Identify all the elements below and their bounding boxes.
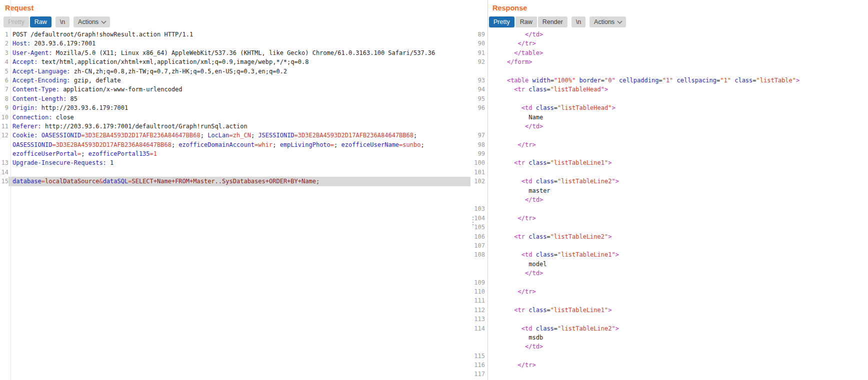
code-text[interactable]: msdb [485,333,868,342]
code-token: = [752,77,756,84]
code-text[interactable]: <td class="listTableLine2"> [485,177,868,186]
tab-pretty[interactable]: Pretty [489,16,514,27]
code-text[interactable]: OASESSIONID=3D3E2BA4593D2D17AFB236A84647… [8,140,470,149]
code-text[interactable] [485,352,868,361]
code-text[interactable] [485,131,868,140]
tab-actions[interactable]: Actions [590,16,626,27]
code-token [492,215,518,222]
code-text[interactable] [485,223,868,232]
code-token: </tr> [518,40,536,47]
code-token: ezofficePortal135 [88,150,150,157]
request-editor[interactable]: 1POST /defaultroot/Graph!showResult.acti… [0,28,470,380]
code-text[interactable] [485,168,868,177]
tab-n[interactable]: \n [56,16,70,27]
code-text[interactable] [8,168,470,177]
code-text[interactable] [485,315,868,324]
code-text[interactable]: <tr class="listTableLine1"> [485,158,868,167]
line-number: 114 [470,324,485,333]
line-number [470,186,485,195]
code-text[interactable]: <tr class="listTableLine2"> [485,232,868,241]
code-token [492,86,514,93]
code-text[interactable]: </tr> [485,361,868,370]
code-text[interactable]: </td> [485,122,868,131]
code-line: 105 [470,223,868,232]
code-text[interactable]: POST /defaultroot/Graph!showResult.actio… [8,30,470,39]
tab-pretty[interactable]: Pretty [4,16,29,27]
code-text[interactable] [485,204,868,213]
code-text[interactable]: <td class="listTableLine1"> [485,250,868,259]
code-text[interactable]: model [485,260,868,269]
code-text[interactable]: User-Agent: Mozilla/5.0 (X11; Linux x86_… [8,48,470,57]
code-token: http://203.93.6.179:7001/defaultroot/Gra… [42,123,248,130]
code-text[interactable]: Content-Type: application/x-www-form-url… [8,85,470,94]
code-text[interactable]: <td class="listTableLine2"> [485,324,868,333]
code-token: </td> [525,196,543,203]
code-text[interactable]: <table width="100%" border="0" cellpaddi… [485,76,868,85]
code-line: 99 [470,149,868,158]
code-text[interactable] [485,149,868,158]
code-text[interactable]: Upgrade-Insecure-Requests: 1 [8,158,470,167]
code-token: Accept-Language: [12,68,70,75]
code-text[interactable]: ezofficeUserPortal=; ezofficePortal135=1 [8,149,470,158]
code-text[interactable] [485,241,868,250]
code-token [492,123,525,130]
code-token: =3D3E2BA4593D2D17AFB236A84647BB68 [52,141,171,148]
code-line: 94 <tr class="listTableHead"> [470,85,868,94]
code-text[interactable]: </td> [485,269,868,278]
code-text[interactable]: Content-Length: 85 [8,94,470,103]
code-text[interactable]: </tr> [485,140,868,149]
code-line: 107 [470,241,868,250]
code-token: 203.93.6.179:7001 [30,40,96,47]
code-text[interactable] [485,370,868,379]
code-token: = [554,325,558,332]
code-text[interactable]: Accept-Language: zh-CN,zh;q=0.8,zh-TW;q=… [8,67,470,76]
code-text[interactable] [485,296,868,305]
tab-raw[interactable]: Raw [30,16,52,27]
line-number [470,122,485,131]
code-text[interactable]: </tr> [485,287,868,296]
code-line: 113 [470,315,868,324]
response-editor[interactable]: 89 </td>90 </tr>91 </table>92 </form>93 … [470,28,868,380]
code-token: > [604,86,608,93]
code-token: ; [334,141,341,148]
code-text[interactable]: Accept-Encoding: gzip, deflate [8,76,470,85]
code-token [492,307,514,314]
code-text[interactable]: Name [485,113,868,122]
code-text[interactable]: </tr> [485,39,868,48]
code-text[interactable] [485,67,868,76]
code-text[interactable]: </td> [485,342,868,351]
code-token: "1" [662,77,674,84]
code-text[interactable]: Referer: http://203.93.6.179:7001/defaul… [8,122,470,131]
code-text[interactable]: </td> [485,195,868,204]
code-text[interactable]: Connection: close [8,113,470,122]
code-text[interactable]: Origin: http://203.93.6.179:7001 [8,103,470,112]
panel-resize-handle[interactable] [472,217,476,229]
code-token: <td [522,325,532,332]
tab-n[interactable]: \n [572,16,586,27]
line-number: 9 [0,103,8,112]
code-text[interactable] [485,94,868,103]
code-text[interactable]: </form> [485,57,868,66]
code-text[interactable]: Cookie: OASESSIONID=3D3E2BA4593D2D17AFB2… [8,131,470,140]
code-text[interactable]: Host: 203.93.6.179:7001 [8,39,470,48]
code-text[interactable]: </td> [485,30,868,39]
tab-render[interactable]: Render [538,16,568,27]
code-text[interactable]: Accept: text/html,application/xhtml+xml,… [8,57,470,66]
code-token: </form> [507,58,532,65]
code-text[interactable]: <tr class="listTableHead"> [485,85,868,94]
code-text[interactable]: master [485,186,868,195]
tab-actions[interactable]: Actions [74,16,110,27]
code-text[interactable]: </tr> [485,214,868,223]
code-text[interactable]: <td class="listTableHead"> [485,103,868,112]
code-text[interactable]: database=localDataSource&dataSQL=SELECT+… [8,177,470,186]
code-text[interactable] [485,278,868,287]
tab-raw[interactable]: Raw [516,16,537,27]
tab-label: Actions [78,18,98,25]
code-line: 9Origin: http://203.93.6.179:7001 [0,103,470,112]
code-text[interactable]: </table> [485,48,868,57]
line-number: 107 [470,241,485,250]
code-token: class [731,77,752,84]
code-text[interactable]: <tr class="listTableLine1"> [485,306,868,315]
code-token: master [492,187,550,194]
code-token: POST /defaultroot/Graph!showResult.actio… [12,31,193,38]
